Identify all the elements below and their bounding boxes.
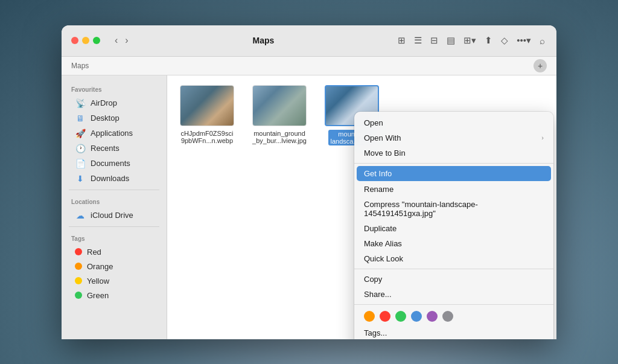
toolbar-icons: ⊞ ☰ ⊟ ▤ ⊞▾ ⬆ ◇ •••▾ ⌕: [396, 33, 547, 48]
context-menu: Open Open With › Move to Bin Get Info Re…: [354, 112, 553, 339]
minimize-button[interactable]: [82, 37, 89, 44]
menu-separator-2: [354, 269, 553, 269]
menu-item-copy[interactable]: Copy: [354, 272, 553, 287]
green-tag-dot: [75, 292, 82, 299]
applications-icon: 🚀: [75, 129, 86, 138]
menu-item-move-to-bin[interactable]: Move to Bin: [354, 145, 553, 161]
menu-open-label: Open: [364, 118, 383, 127]
list-view-icon[interactable]: ☰: [412, 33, 424, 48]
favourites-section-label: Favourites: [62, 81, 167, 95]
content-area: Favourites 📡 AirDrop 🖥 Desktop 🚀 Applica…: [62, 75, 556, 339]
tag-dot-green[interactable]: [395, 311, 406, 322]
close-button[interactable]: [71, 37, 78, 44]
icloud-label: iCloud Drive: [91, 211, 133, 220]
menu-copy-label: Copy: [364, 275, 382, 284]
file-name-1: cHJpdmF0ZS9sci9pbWFn...n.webp: [181, 130, 234, 144]
file-thumbnail-1: [180, 85, 234, 126]
title-bar: ‹ › Maps ⊞ ☰ ⊟ ▤ ⊞▾ ⬆ ◇ •••▾ ⌕: [62, 25, 556, 57]
grid-view-icon[interactable]: ⊞: [396, 33, 407, 48]
menu-item-open[interactable]: Open: [354, 115, 553, 130]
path-label: Maps: [71, 62, 89, 70]
tag-dot-blue[interactable]: [411, 311, 422, 322]
tag-dot-gray[interactable]: [442, 311, 453, 322]
file-item-1[interactable]: cHJpdmF0ZS9sci9pbWFn...n.webp: [177, 85, 237, 144]
finder-window: ‹ › Maps ⊞ ☰ ⊟ ▤ ⊞▾ ⬆ ◇ •••▾ ⌕ Maps + Fa…: [62, 25, 556, 339]
gallery-view-icon[interactable]: ▤: [445, 33, 457, 48]
sidebar-item-desktop[interactable]: 🖥 Desktop: [65, 111, 163, 126]
menu-quick-look-label: Quick Look: [364, 254, 403, 263]
back-button[interactable]: ‹: [112, 34, 120, 47]
red-tag-dot: [75, 248, 82, 255]
desktop-label: Desktop: [91, 113, 119, 123]
file-item-2[interactable]: mountain_ground_by_bur...lview.jpg: [249, 85, 310, 144]
menu-separator-3: [354, 304, 553, 305]
menu-make-alias-label: Make Alias: [364, 239, 402, 248]
open-with-chevron-icon: ›: [541, 134, 544, 141]
tag-icon[interactable]: ◇: [499, 33, 510, 48]
share-icon[interactable]: ⬆: [483, 33, 494, 48]
search-icon[interactable]: ⌕: [538, 34, 547, 48]
menu-item-open-with[interactable]: Open With ›: [354, 130, 553, 145]
menu-compress-label: Compress "mountain-landscape-1454191451g…: [364, 200, 544, 218]
files-area: cHJpdmF0ZS9sci9pbWFn...n.webp mountain_g…: [167, 75, 556, 339]
airdrop-label: AirDrop: [91, 98, 117, 107]
file-thumbnail-2: [252, 85, 307, 126]
maximize-button[interactable]: [93, 37, 100, 44]
menu-item-duplicate[interactable]: Duplicate: [354, 221, 553, 236]
sidebar-item-yellow[interactable]: Yellow: [65, 274, 163, 288]
window-title: Maps: [137, 36, 390, 45]
column-view-icon[interactable]: ⊟: [428, 33, 440, 48]
menu-item-quick-look[interactable]: Quick Look: [354, 251, 553, 266]
menu-item-share[interactable]: Share...: [354, 287, 553, 302]
sidebar-divider-1: [69, 190, 159, 190]
traffic-lights: [71, 37, 100, 44]
red-label: Red: [87, 247, 101, 257]
tag-dot-purple[interactable]: [427, 311, 438, 322]
menu-item-make-alias[interactable]: Make Alias: [354, 236, 553, 251]
green-label: Green: [87, 291, 109, 300]
sidebar-item-applications[interactable]: 🚀 Applications: [65, 126, 163, 141]
sidebar-item-red[interactable]: Red: [65, 245, 163, 259]
menu-item-compress[interactable]: Compress "mountain-landscape-1454191451g…: [354, 197, 553, 221]
arrange-icon[interactable]: ⊞▾: [462, 33, 478, 48]
locations-section-label: Locations: [62, 194, 167, 208]
sidebar-divider-2: [69, 226, 159, 227]
add-button[interactable]: +: [534, 59, 547, 72]
tags-section-label: Tags: [62, 231, 167, 244]
orange-label: Orange: [87, 262, 113, 271]
menu-move-bin-label: Move to Bin: [364, 148, 406, 158]
forward-button[interactable]: ›: [123, 34, 130, 47]
sidebar-item-orange[interactable]: Orange: [65, 260, 163, 273]
nav-buttons: ‹ ›: [112, 34, 131, 47]
file-name-2: mountain_ground_by_bur...lview.jpg: [252, 130, 307, 144]
more-icon[interactable]: •••▾: [515, 33, 533, 48]
menu-item-rename[interactable]: Rename: [354, 182, 553, 197]
icloud-icon: ☁: [75, 211, 86, 220]
documents-label: Documents: [91, 159, 130, 168]
downloads-label: Downloads: [91, 174, 129, 183]
orange-tag-dot: [75, 263, 82, 270]
sidebar-item-recents[interactable]: 🕐 Recents: [65, 141, 163, 156]
menu-item-tags[interactable]: Tags...: [354, 325, 553, 339]
tag-dot-red[interactable]: [380, 311, 390, 322]
sidebar-item-green[interactable]: Green: [65, 289, 163, 302]
menu-separator-1: [354, 163, 553, 164]
menu-tags-row: [354, 307, 553, 325]
airdrop-icon: 📡: [75, 98, 86, 108]
menu-item-get-info[interactable]: Get Info: [357, 166, 551, 181]
sidebar-item-documents[interactable]: 📄 Documents: [65, 156, 163, 171]
sidebar-item-airdrop[interactable]: 📡 AirDrop: [65, 96, 163, 110]
tag-dot-orange[interactable]: [364, 311, 375, 322]
menu-get-info-label: Get Info: [364, 169, 392, 178]
desktop-icon: 🖥: [75, 113, 86, 123]
menu-duplicate-label: Duplicate: [364, 224, 397, 233]
downloads-icon: ⬇: [75, 174, 86, 184]
documents-icon: 📄: [75, 159, 86, 168]
menu-open-with-label: Open With: [364, 133, 401, 142]
recents-label: Recents: [91, 144, 119, 153]
menu-tags-label: Tags...: [364, 328, 387, 337]
sidebar-item-downloads[interactable]: ⬇ Downloads: [65, 171, 163, 186]
menu-rename-label: Rename: [364, 185, 393, 194]
yellow-tag-dot: [75, 277, 82, 284]
sidebar-item-icloud[interactable]: ☁ iCloud Drive: [65, 208, 163, 223]
